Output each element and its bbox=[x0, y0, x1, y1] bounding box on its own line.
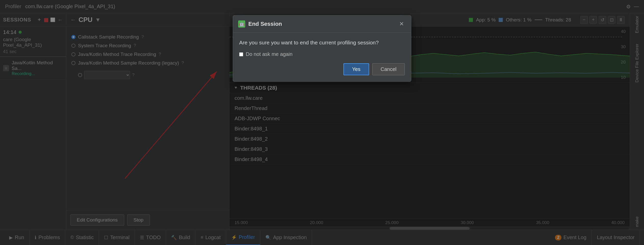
cancel-button[interactable]: Cancel bbox=[372, 63, 405, 75]
dialog-checkbox-row: Do not ask me again bbox=[239, 51, 405, 57]
do-not-ask-checkbox[interactable] bbox=[239, 52, 243, 56]
dialog-body: Are you sure you want to end the current… bbox=[233, 33, 411, 81]
dialog-close-btn[interactable]: ✕ bbox=[397, 20, 406, 28]
dialog-buttons: Yes Cancel bbox=[239, 63, 405, 75]
dialog-message: Are you sure you want to end the current… bbox=[239, 39, 405, 46]
end-session-dialog: 🤖 End Session ✕ Are you sure you want to… bbox=[233, 15, 411, 82]
dialog-title-left: 🤖 End Session bbox=[238, 20, 282, 28]
android-icon: 🤖 bbox=[238, 20, 245, 28]
do-not-ask-label: Do not ask me again bbox=[246, 51, 292, 57]
yes-button[interactable]: Yes bbox=[343, 63, 369, 75]
dialog-title: End Session bbox=[248, 21, 282, 27]
dialog-title-bar: 🤖 End Session ✕ bbox=[233, 16, 411, 33]
dialog-overlay: 🤖 End Session ✕ Are you sure you want to… bbox=[0, 0, 644, 245]
